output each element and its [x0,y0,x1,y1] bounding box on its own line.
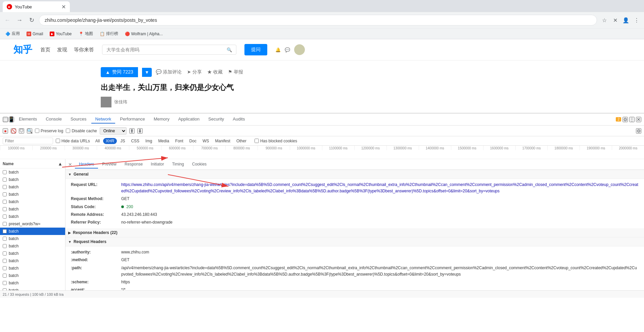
row-checkbox[interactable] [3,178,7,182]
row-checkbox[interactable] [3,207,7,211]
devtools-settings-btn[interactable]: ⚙ [623,117,628,122]
network-row[interactable]: batch [0,257,65,265]
devtools-more-btn[interactable]: ⋮ [629,117,635,122]
filter-font[interactable]: Font [173,138,186,144]
filter-other[interactable]: Other [234,138,249,144]
network-row[interactable]: preset_words?w= [0,220,65,228]
network-row[interactable]: batch [0,191,65,198]
disable-cache-checkbox[interactable] [66,129,70,133]
row-checkbox[interactable] [3,215,7,219]
row-checkbox[interactable] [3,229,7,233]
headers-tab[interactable]: Headers [75,160,98,169]
comment-btn[interactable]: 💬 添加评论 [156,69,182,75]
avatar[interactable] [294,44,305,55]
network-list[interactable]: Name ▲ batch batch batch batch batch bat… [0,159,65,290]
nav-answer[interactable]: 等你来答 [74,47,94,53]
disable-cache-label[interactable]: Disable cache [66,129,97,133]
tab-elements[interactable]: Elements [15,115,41,124]
search-input[interactable] [106,47,227,52]
vote-button[interactable]: ▲ 赞同 7223 [101,67,138,77]
network-row-selected[interactable]: batch [0,228,65,235]
tab-application[interactable]: Application [174,115,204,124]
devtools-inspect-btn[interactable]: ⬚ [3,117,8,122]
bookmark-apps[interactable]: 🔷 应用 [3,30,22,37]
collect-btn[interactable]: ★ 收藏 [207,69,223,75]
devtools-device-btn[interactable]: 📱 [9,117,14,122]
export-btn[interactable]: ⬇ [137,128,143,134]
devtools-close-btn[interactable]: ✕ [636,117,641,122]
ask-button[interactable]: 提问 [244,44,267,55]
bookmark-youtube[interactable]: ▶ YouTube [47,31,74,37]
search-btn[interactable]: 🔍 [27,128,32,134]
network-row[interactable]: batch [0,169,65,176]
tab-security[interactable]: Security [204,115,228,124]
star-button[interactable]: ☆ [600,15,609,25]
row-checkbox[interactable] [3,274,7,278]
cookies-tab[interactable]: Cookies [188,160,211,169]
network-row[interactable]: batch [0,265,65,272]
tab-close-btn[interactable]: ✕ [61,4,66,10]
row-checkbox[interactable] [3,244,7,248]
throttle-select[interactable]: Online Fast 3G Slow 3G Offline [100,127,127,135]
settings-btn-2[interactable]: ⚙ [636,128,641,134]
tab-sources[interactable]: Sources [66,115,91,124]
bookmark-maps[interactable]: 📍 地图 [76,30,96,37]
menu-button[interactable]: ⋮ [632,15,641,25]
row-checkbox[interactable] [3,170,7,174]
close-detail-btn[interactable]: ✕ [65,162,75,167]
tab-network[interactable]: Network [91,115,116,124]
back-button[interactable]: ← [3,15,12,25]
hide-data-urls-checkbox[interactable] [56,139,60,143]
filter-manifest[interactable]: Manifest [213,138,233,144]
general-section-header[interactable]: ▼ General [65,170,644,179]
filter-doc[interactable]: Doc [187,138,199,144]
network-row[interactable]: batch [0,176,65,183]
tab-memory[interactable]: Memory [150,115,174,124]
blocked-cookies-label[interactable]: Has blocked cookies [255,139,297,143]
bookmark-ranking[interactable]: 📋 排行榜 [97,30,121,37]
network-row[interactable]: batch [0,235,65,242]
row-checkbox[interactable] [3,237,7,241]
filter-all[interactable]: All [93,138,102,144]
preview-tab[interactable]: Preview [98,160,121,169]
zhihu-logo[interactable]: 知乎 [13,43,32,56]
row-checkbox[interactable] [3,281,7,285]
network-row[interactable]: batch [0,198,65,205]
network-row[interactable]: batch [0,250,65,257]
row-checkbox[interactable] [3,200,7,204]
forward-button[interactable]: → [15,15,24,25]
filter-ws[interactable]: WS [200,138,212,144]
filter-js[interactable]: JS [118,138,128,144]
collapse-btn[interactable]: ▲ [58,161,62,167]
network-row[interactable]: batch [0,213,65,220]
extension-button[interactable]: ✕ [610,15,620,25]
response-headers-section-header[interactable]: ▶ Response Headers (22) [65,228,644,237]
preserve-log-checkbox[interactable] [35,129,39,133]
share-btn[interactable]: ➤ 分享 [187,69,202,75]
network-row[interactable]: batch [0,272,65,279]
row-checkbox[interactable] [3,185,7,189]
row-checkbox[interactable] [3,192,7,196]
network-row[interactable]: batch [0,242,65,250]
message-icon[interactable]: 💬 [285,47,290,52]
hide-data-urls-label[interactable]: Hide data URLs [56,139,90,143]
search-icon[interactable]: 🔍 [227,47,232,52]
network-row[interactable]: batch [0,287,65,290]
import-btn[interactable]: ⬆ [129,128,135,134]
tab-console[interactable]: Console [42,115,66,124]
tab-performance[interactable]: Performance [116,115,149,124]
reload-button[interactable]: ↻ [27,15,36,25]
row-checkbox[interactable] [3,259,7,263]
request-headers-section-header[interactable]: ▼ Request Headers [65,237,644,246]
vote-arrow-btn[interactable]: ▼ [142,68,152,77]
initiator-tab[interactable]: Initiator [147,160,168,169]
filter-btn[interactable]: ⛉ [19,128,24,134]
preserve-log-label[interactable]: Preserve log [35,129,63,133]
clear-button[interactable]: 🚫 [11,128,16,134]
record-button[interactable]: ● [3,128,8,134]
tab-audits[interactable]: Audits [229,115,249,124]
filter-css[interactable]: CSS [128,138,142,144]
row-checkbox[interactable] [3,266,7,270]
browser-tab[interactable]: ▶ YouTube ✕ [3,1,70,12]
report-btn[interactable]: ⚑ 举报 [228,69,243,75]
